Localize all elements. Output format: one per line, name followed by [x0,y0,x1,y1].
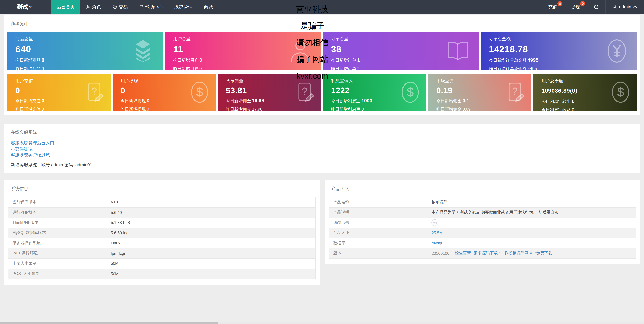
more-source-link[interactable]: 更多源码下载： [474,251,502,256]
scrollbar-thumb[interactable] [0,322,218,324]
customer-service-panel: 在线客服系统 客服系统管理后台入口 小部件测试 客服系统客户端测试 新增客服系统… [4,124,640,172]
main-menu: 后台首页 角色 交易 帮助中心 系统管理 [51,0,219,14]
horizontal-scrollbar [0,322,644,324]
stat-line-value: 0.09 [462,107,470,111]
withdraw-label: 提现 [571,4,580,10]
table-row: WEB运行环境fpm-fcgi [8,248,315,258]
menu-item-label: 角色 [92,4,101,10]
table-row: 上传大小限制50M [8,258,315,269]
stat-line-label: 今日利息宝收益 [542,108,571,111]
stat-line-label: 昨日新增用户 [173,66,198,70]
svg-text:?: ? [302,85,307,97]
bottom-panels: 系统信息 当前程序版本V10 运行PHP版本5.6.40 ThinkPHP版本5… [4,180,640,285]
dollar-circle-icon: $ [611,81,630,103]
stat-line-value: 0 [147,107,149,111]
system-info-panel: 系统信息 当前程序版本V10 运行PHP版本5.6.40 ThinkPHP版本5… [4,180,320,285]
stat-line-value: 2 [357,66,360,70]
app-logo[interactable]: 测试 V10 [0,0,51,14]
stat-line-value: 1 [357,57,360,63]
stat-line-value: 1000 [362,98,372,103]
stat-line-value: 0 [42,107,44,111]
user-menu[interactable]: admin [606,0,644,14]
table-row: 版本 20100106 检查更新 更多源码下载： 趣模板源码网 VIP免费下载 [329,248,636,258]
scales-icon [112,5,117,9]
table-row: 运行PHP版本5.6.40 [8,207,315,217]
stat-card-withdraw: 用户提现 0 今日新增提现0 昨日新增提现0 $ [112,74,216,111]
table-row: 当前程序版本V10 [8,197,315,207]
stat-line-value: 19.98 [252,98,264,103]
stat-card-users: 用户总量 11 今日新增用户0 昨日新增用户0 [165,31,321,70]
stat-line-value: 0 [200,66,202,70]
mall-stats-panel: 商城统计 商品总量 640 今日新增商品0 昨日新增商品0 用户总量 11 今日… [4,15,640,115]
stat-line-value: 0 [42,57,44,63]
menu-item-label: 商城 [204,4,213,10]
product-team-panel: 产品团队 产品名称抢单源码 产品说明本产品只为学习测试交流,请勿要做商业或者用于… [324,180,640,264]
layers-icon [132,39,153,63]
broken-image-icon: 404 [432,219,438,226]
user-icon [86,5,90,9]
stat-card-referral-commission: 下级返佣 0.19 今日新增佣金0.1 昨日新增佣金0.09 ? [428,74,531,111]
stat-line-label: 今日新增充值 [16,99,40,103]
client-test-link[interactable]: 客服系统客户端测试 [11,152,633,158]
service-links: 客服系统管理后台入口 小部件测试 客服系统客户端测试 [8,138,636,158]
dollar-circle-icon: $ [401,81,420,103]
book-icon [446,41,469,61]
menu-item-label: 系统管理 [174,4,192,10]
dashboard-page: 测试 V10 后台首页 角色 交易 [0,0,644,324]
product-size-link[interactable]: 25.5M [432,231,443,235]
refresh-icon [594,4,599,9]
stat-line-value: 0 [42,98,44,103]
stat-line-label: 今日新增利息宝 [331,99,360,103]
stat-line-label: 昨日新增佣金 [436,107,461,111]
menu-item-trade[interactable]: 交易 [107,0,134,14]
withdraw-button[interactable]: 提现 0 [564,0,587,14]
stat-card-orders: 订单总量 38 今日新增订单1 昨日新增订单2 [323,31,479,70]
doc-question-pencil-icon: ? [298,82,314,103]
menu-item-label: 交易 [119,4,128,10]
stat-line-value: 17.98 [252,107,263,111]
flag-icon [139,5,143,9]
recharge-button[interactable]: 充值 0 [541,0,564,14]
svg-text:?: ? [92,85,97,97]
service-admin-link[interactable]: 客服系统管理后台入口 [11,140,633,146]
username: admin [619,4,631,9]
svg-text:?: ? [512,85,518,97]
menu-item-mall[interactable]: 商城 [198,0,219,14]
stat-card-recharge: 用户充值 0 今日新增充值0 昨日新增充值0 ? [8,74,110,111]
stats-panel-title: 商城统计 [8,19,636,31]
recharge-badge: 0 [558,1,562,6]
menu-item-system[interactable]: 系统管理 [169,0,198,14]
menu-item-label: 帮助中心 [145,4,163,10]
table-row: 产品大小 25.5M [329,228,636,238]
table-row: 产品说明本产品只为学习测试交流,请勿要做商业或者用于违法行为,一切后果自负 [329,207,636,217]
stat-line-value: 0 [42,66,44,70]
refresh-button[interactable] [587,0,606,14]
check-update-link[interactable]: 检查更新 [455,251,471,256]
stat-card-user-balance: 用户总余额 109036.89(0) 今日利息宝转出0 今日利息宝收益0 $ [534,74,636,111]
table-row: 数据库 mysql [329,238,636,248]
template-site-link[interactable]: 趣模板源码网 VIP免费下载 [504,251,552,256]
menu-item-help[interactable]: 帮助中心 [134,0,169,14]
table-row: 产品名称抢单源码 [329,197,636,207]
stat-line-label: 今日新增订单 [331,58,356,63]
menu-item-roles[interactable]: 角色 [80,0,107,14]
user-icon [612,4,617,9]
menu-item-label: 后台首页 [57,4,75,10]
stat-line-label: 今日新增用户 [173,58,198,63]
stat-line-label: 今日新增提现 [120,99,146,103]
top-navbar: 测试 V10 后台首页 角色 交易 [0,0,644,14]
database-link[interactable]: mysql [432,241,442,246]
stat-line-value: 0 [147,98,150,103]
stat-card-products: 商品总量 640 今日新增商品0 昨日新增商品0 [8,31,163,70]
stat-line-label: 昨日新增订单 [331,66,356,70]
chevron-up-icon [633,6,637,8]
stat-card-order-amount: 订单总金额 14218.78 今日新增订单总金额4995 昨日新增订单总金额44… [481,31,636,70]
stat-line-label: 今日利息宝转出 [542,99,571,104]
product-team-table: 产品名称抢单源码 产品说明本产品只为学习测试交流,请勿要做商业或者用于违法行为,… [328,197,636,259]
menu-item-home[interactable]: 后台首页 [51,0,80,14]
table-row: 请勿点击 404 [329,217,636,228]
system-info-title: 系统信息 [8,184,316,196]
stat-line-value: 4495 [528,66,537,70]
stat-line-value: 0 [572,108,574,111]
widget-test-link[interactable]: 小部件测试 [11,146,633,152]
